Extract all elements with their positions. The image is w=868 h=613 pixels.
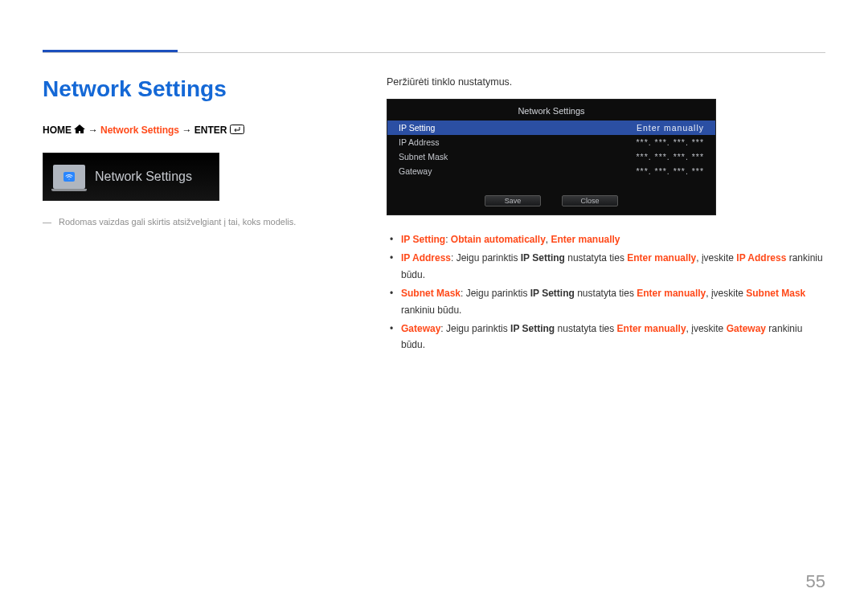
txt: , įveskite <box>696 252 736 264</box>
osd-row-gateway: Gateway ***. ***. ***. *** <box>387 164 715 178</box>
bullet-subnet-mask: Subnet Mask: Jeigu parinktis IP Setting … <box>390 285 825 318</box>
txt: nustatyta ties <box>555 323 616 334</box>
txt: Enter manually <box>617 323 686 334</box>
txt: IP Address <box>736 252 786 264</box>
osd-value: ***. ***. ***. *** <box>495 152 704 161</box>
bullet-gateway: Gateway: Jeigu parinktis IP Setting nust… <box>390 321 825 353</box>
page-title: Network Settings <box>43 76 348 102</box>
breadcrumb-arrow-2: → <box>182 125 191 136</box>
osd-label: IP Setting <box>399 123 495 133</box>
txt: Enter manually <box>637 288 706 299</box>
laptop-icon <box>53 165 85 189</box>
txt: nustatyta ties <box>565 252 627 264</box>
footnote-text: Rodomas vaizdas gali skirtis atsižvelgia… <box>59 217 296 227</box>
osd-title: Network Settings <box>387 106 715 121</box>
txt: : Jeigu parinktis <box>461 288 530 299</box>
txt: IP Address <box>401 252 451 264</box>
txt: Obtain automatically <box>451 234 546 245</box>
intro-text: Peržiūrėti tinklo nustatymus. <box>387 76 825 88</box>
osd-save-button: Save <box>485 195 541 206</box>
menu-preview-title: Network Settings <box>95 170 192 184</box>
txt: Enter manually <box>627 252 696 264</box>
txt: Subnet Mask <box>746 288 805 299</box>
txt: , įveskite <box>686 323 727 334</box>
osd-panel-screenshot: Network Settings IP Setting Enter manual… <box>387 99 716 215</box>
txt: : Jeigu parinktis <box>451 252 521 264</box>
footnote: ― Rodomas vaizdas gali skirtis atsižvelg… <box>43 217 348 227</box>
txt: , įveskite <box>706 288 746 299</box>
wifi-icon <box>63 172 75 182</box>
txt: IP Setting <box>530 288 575 299</box>
osd-label: IP Address <box>399 137 495 147</box>
bullet-ip-setting: IP Setting: Obtain automatically, Enter … <box>390 231 825 247</box>
breadcrumb-home: HOME <box>43 125 72 136</box>
txt: Gateway <box>727 323 766 334</box>
breadcrumb-arrow-1: → <box>88 125 98 136</box>
top-divider <box>43 52 825 53</box>
txt: IP Setting <box>521 252 565 264</box>
osd-value: Enter manually <box>495 123 704 133</box>
osd-row-subnet-mask: Subnet Mask ***. ***. ***. *** <box>387 149 715 164</box>
txt: IP Setting <box>401 234 445 245</box>
osd-value: ***. ***. ***. *** <box>495 166 704 176</box>
content-area: Network Settings HOME → Network Settings… <box>43 76 825 356</box>
osd-close-button: Close <box>562 195 618 206</box>
txt: : <box>445 234 451 245</box>
home-icon <box>74 125 85 137</box>
txt: nustatyta ties <box>575 288 637 299</box>
txt: Gateway <box>401 323 440 334</box>
txt: , <box>546 234 551 245</box>
footnote-dash: ― <box>43 217 51 227</box>
osd-label: Subnet Mask <box>399 152 495 161</box>
enter-icon <box>230 125 244 137</box>
txt: IP Setting <box>510 323 555 334</box>
osd-value: ***. ***. ***. *** <box>495 137 704 147</box>
menu-preview-screenshot: Network Settings <box>43 153 219 201</box>
page-number: 55 <box>806 571 825 592</box>
txt: Subnet Mask <box>401 288 461 299</box>
osd-row-ip-setting: IP Setting Enter manually <box>387 121 715 135</box>
bullet-ip-address: IP Address: Jeigu parinktis IP Setting n… <box>390 250 825 283</box>
right-column: Peržiūrėti tinklo nustatymus. Network Se… <box>387 76 825 356</box>
txt: rankiniu būdu. <box>401 304 461 316</box>
bullet-list: IP Setting: Obtain automatically, Enter … <box>387 231 825 353</box>
osd-label: Gateway <box>399 166 495 176</box>
breadcrumb-network-settings: Network Settings <box>100 125 179 136</box>
left-column: Network Settings HOME → Network Settings… <box>43 76 348 356</box>
breadcrumb: HOME → Network Settings → ENTER <box>43 125 348 137</box>
osd-row-ip-address: IP Address ***. ***. ***. *** <box>387 135 715 149</box>
txt: Enter manually <box>551 234 620 245</box>
breadcrumb-enter: ENTER <box>194 125 227 136</box>
svg-rect-0 <box>230 125 244 134</box>
osd-button-row: Save Close <box>387 195 715 206</box>
txt: : Jeigu parinktis <box>440 323 510 334</box>
